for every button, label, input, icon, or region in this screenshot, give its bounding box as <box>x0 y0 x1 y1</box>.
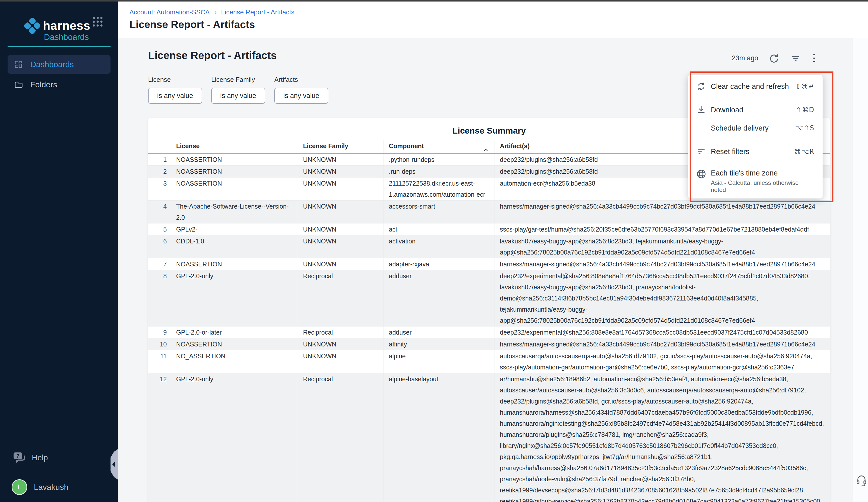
license-cell: NOASSERTION <box>171 178 298 200</box>
sidebar-item-label: Folders <box>30 80 57 89</box>
column-header-license[interactable]: License <box>171 140 298 153</box>
app-switcher-grid-icon[interactable] <box>92 16 103 28</box>
filter-artifacts: Artifacts is any value <box>274 76 328 104</box>
menu-item-download[interactable]: Download ⇧⌘D <box>688 101 823 119</box>
component-cell: acl <box>383 223 495 235</box>
page-header: Account: Automation-SSCA › License Repor… <box>118 1 868 38</box>
row-number-cell: 3 <box>148 178 171 200</box>
license-cell: NO_ASSERTION <box>171 350 298 373</box>
table-row: 11NO_ASSERTIONUNKNOWNalpineautosscauserq… <box>148 350 830 373</box>
license-cell: NOASSERTION <box>171 154 298 165</box>
row-number-cell: 11 <box>148 350 171 373</box>
more-actions-kebab-icon[interactable] <box>812 53 816 63</box>
license-cell: GPL-2.0-only <box>171 373 298 502</box>
component-cell: .python-rundeps <box>383 154 495 165</box>
component-cell: activation <box>383 235 495 258</box>
license-cell: GPL-2.0-or-later <box>171 327 298 338</box>
avatar: L <box>12 479 27 495</box>
artifacts-cell: deep232/experimental@sha256:808e8e8af176… <box>495 270 830 326</box>
menu-divider <box>688 140 823 140</box>
license-family-cell: UNKNOWN <box>298 201 383 223</box>
row-number-cell: 10 <box>148 338 171 350</box>
menu-shortcut: ⌘⌥R <box>794 148 815 155</box>
support-headset-icon[interactable] <box>856 475 867 488</box>
menu-item-timezone[interactable]: Each tile's time zone Asia - Calcutta, u… <box>688 166 823 195</box>
filter-label: Artifacts <box>274 76 328 83</box>
table-row: 4The-Apache-Software-License--Version-2.… <box>148 201 830 223</box>
artifacts-cell: ar/humanshu@sha256:18986b2, automation-a… <box>495 373 830 502</box>
dashboard-actions-menu: Clear cache and refresh ⇧⌘↵ Download ⇧⌘D… <box>688 75 823 199</box>
sidebar-item-dashboards[interactable]: Dashboards <box>8 55 111 74</box>
license-cell: GPL-2.0-only <box>171 270 298 326</box>
filter-icon[interactable] <box>790 53 800 63</box>
help-label: Help <box>32 453 48 462</box>
artifacts-cell: lavakush07/easy-buggy-app@sha256:8d23bd3… <box>495 235 830 258</box>
license-cell: CDDL-1.0 <box>171 235 298 258</box>
reset-filters-icon <box>696 147 707 157</box>
row-number-cell: 4 <box>148 201 171 223</box>
menu-item-clear-cache-and-refresh[interactable]: Clear cache and refresh ⇧⌘↵ <box>688 77 823 96</box>
license-family-cell: UNKNOWN <box>298 350 383 373</box>
table-row: 5GPLv2-UNKNOWNaclsscs-play/gar-test/huma… <box>148 223 830 235</box>
license-family-cell: Reciprocal <box>298 327 383 338</box>
menu-divider <box>688 163 823 163</box>
artifacts-cell: harness/manager-signed@sha256:4a33cb4499… <box>495 338 830 350</box>
refresh-icon[interactable] <box>769 53 779 63</box>
dashboard-title: License Report - Artifacts <box>148 50 277 62</box>
table-row: 6CDDL-1.0UNKNOWNactivationlavakush07/eas… <box>148 235 830 258</box>
timezone-title: Each tile's time zone <box>711 169 815 177</box>
scrollbar-track[interactable] <box>852 1 868 502</box>
artifacts-cell: sscs-play/gar-test/huma@sha256:20f35ce6d… <box>495 223 830 235</box>
help-button[interactable]: ? Help <box>13 452 48 464</box>
column-header-component[interactable]: Component <box>383 140 495 153</box>
table-row: 8GPL-2.0-onlyReciprocaladduserdeep232/ex… <box>148 270 830 327</box>
page-title: License Report - Artifacts <box>130 19 255 31</box>
breadcrumb-report-link[interactable]: License Report - Artifacts <box>221 8 294 16</box>
license-family-cell: UNKNOWN <box>298 235 383 258</box>
no-icon-spacer <box>696 123 707 133</box>
svg-text:?: ? <box>16 453 19 459</box>
menu-item-label: Clear cache and refresh <box>711 82 795 91</box>
component-cell: accessors-smart <box>383 201 495 223</box>
menu-shortcut: ⇧⌘↵ <box>795 82 815 90</box>
row-number-cell: 7 <box>148 258 171 270</box>
help-chat-icon: ? <box>13 452 26 464</box>
license-cell: NOASSERTION <box>171 258 298 270</box>
component-cell: .run-deps <box>383 165 495 177</box>
row-number-cell: 2 <box>148 165 171 177</box>
row-number-cell: 12 <box>148 373 171 502</box>
license-family-cell: UNKNOWN <box>298 258 383 270</box>
sidebar-item-folders[interactable]: Folders <box>8 75 111 94</box>
menu-item-reset-filters[interactable]: Reset filters ⌘⌥R <box>688 142 823 161</box>
license-cell: NOASSERTION <box>171 165 298 177</box>
menu-item-schedule-delivery[interactable]: Schedule delivery ⌥⇧S <box>688 119 823 137</box>
sidebar-item-label: Dashboards <box>30 60 74 69</box>
artifacts-cell: harness/manager-signed@sha256:4a33cb4499… <box>495 258 830 270</box>
last-updated-label: 23m ago <box>732 54 758 62</box>
row-number-cell: 8 <box>148 270 171 326</box>
filter-value-dropdown[interactable]: is any value <box>274 88 328 104</box>
artifacts-cell: autosscauserqa/autosscauserqa-auto@sha25… <box>495 350 830 373</box>
user-menu[interactable]: L Lavakush <box>12 479 69 495</box>
breadcrumb-separator: › <box>214 8 217 16</box>
component-cell: affinity <box>383 338 495 350</box>
column-header-license-family[interactable]: License Family <box>298 140 383 153</box>
folder-icon <box>14 80 23 89</box>
brand-module-label: Dashboards <box>44 32 89 42</box>
license-family-cell: UNKNOWN <box>298 165 383 177</box>
filter-value-dropdown[interactable]: is any value <box>211 88 265 104</box>
harness-logo-icon <box>24 18 40 35</box>
timezone-subtitle: Asia - Calcutta, unless otherwise noted <box>711 179 815 193</box>
filter-value-dropdown[interactable]: is any value <box>148 88 202 104</box>
license-family-cell: Reciprocal <box>298 373 383 502</box>
breadcrumb-account-link[interactable]: Account: Automation-SSCA <box>130 8 210 16</box>
dashboard-toolbar: 23m ago <box>732 53 823 63</box>
menu-item-label: Schedule delivery <box>711 124 796 132</box>
filter-license: License is any value <box>148 76 202 104</box>
menu-item-label: Reset filters <box>711 148 794 156</box>
license-family-cell: UNKNOWN <box>298 154 383 165</box>
menu-item-label: Download <box>711 106 796 114</box>
sidebar-nav: Dashboards Folders <box>8 55 111 94</box>
license-table-body: 1NOASSERTIONUNKNOWN.python-rundepsdeep23… <box>148 154 830 502</box>
component-cell: alpine-baselayout <box>383 373 495 502</box>
